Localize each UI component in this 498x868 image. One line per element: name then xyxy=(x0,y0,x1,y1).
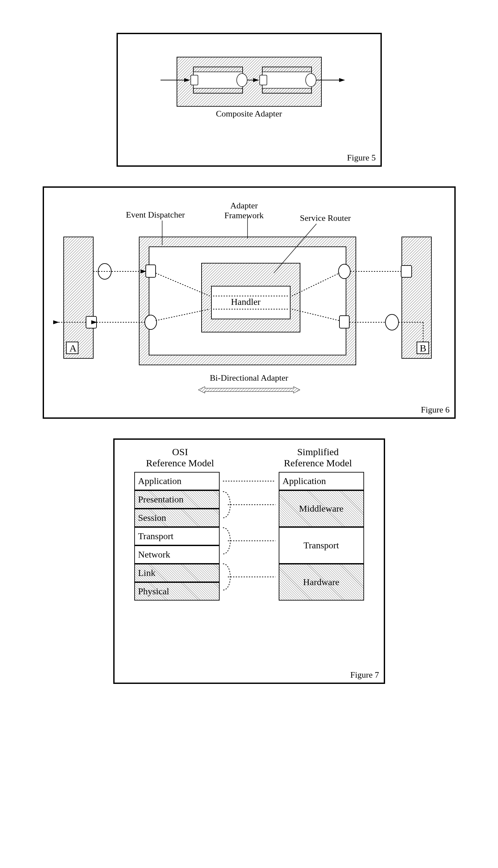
svg-rect-29 xyxy=(401,266,412,277)
svg-point-5 xyxy=(237,74,247,86)
svg-point-9 xyxy=(306,74,316,86)
osi-session: Session xyxy=(134,509,220,527)
simp-middleware: Middleware xyxy=(279,490,364,527)
fig6-ed: Event Dispatcher xyxy=(126,210,185,220)
fig5-svg xyxy=(118,34,380,165)
svg-rect-22 xyxy=(146,265,156,277)
figure-7: OSI Reference Model Simplified Reference… xyxy=(113,438,385,684)
fig5-label: Figure 5 xyxy=(347,153,376,163)
simplified-stack: Application Middleware Transport Hardwar… xyxy=(279,472,364,603)
osi-stack: Application Presentation Session Transpo… xyxy=(134,472,220,603)
svg-rect-16 xyxy=(402,237,431,358)
fig7-mapping xyxy=(220,472,279,603)
svg-rect-25 xyxy=(339,316,349,328)
svg-rect-7 xyxy=(262,72,312,88)
fig7-right-title: Simplified Reference Model xyxy=(272,446,364,469)
fig7-left-title: OSI Reference Model xyxy=(134,446,226,469)
osi-transport: Transport xyxy=(134,527,220,545)
fig6-b: B xyxy=(420,343,427,354)
figure-5: Composite Adapter Figure 5 xyxy=(117,33,382,167)
figure-6: Event Dispatcher Adapter Framework Servi… xyxy=(43,186,456,419)
svg-point-23 xyxy=(145,315,157,330)
svg-rect-3 xyxy=(193,72,243,88)
osi-physical: Physical xyxy=(134,582,220,601)
osi-network: Network xyxy=(134,545,220,564)
simp-application: Application xyxy=(279,472,364,490)
simp-hardware: Hardware xyxy=(279,564,364,601)
fig7-label: Figure 7 xyxy=(350,670,379,680)
fig6-caption: Bi-Directional Adapter xyxy=(44,373,454,383)
svg-rect-27 xyxy=(86,316,96,328)
svg-point-24 xyxy=(339,264,350,279)
fig5-caption: Composite Adapter xyxy=(118,109,380,119)
svg-rect-4 xyxy=(191,75,198,85)
fig6-af: Adapter Framework xyxy=(224,201,264,221)
svg-marker-46 xyxy=(198,387,300,393)
svg-rect-8 xyxy=(260,75,267,85)
fig6-sr: Service Router xyxy=(300,213,351,223)
osi-link: Link xyxy=(134,564,220,582)
osi-application: Application xyxy=(134,472,220,490)
svg-rect-14 xyxy=(64,237,93,358)
fig6-handler: Handler xyxy=(231,297,261,307)
fig6-a: A xyxy=(69,343,77,354)
fig6-label: Figure 6 xyxy=(421,405,449,415)
osi-presentation: Presentation xyxy=(134,490,220,509)
simp-transport: Transport xyxy=(279,527,364,564)
svg-point-28 xyxy=(385,315,398,330)
